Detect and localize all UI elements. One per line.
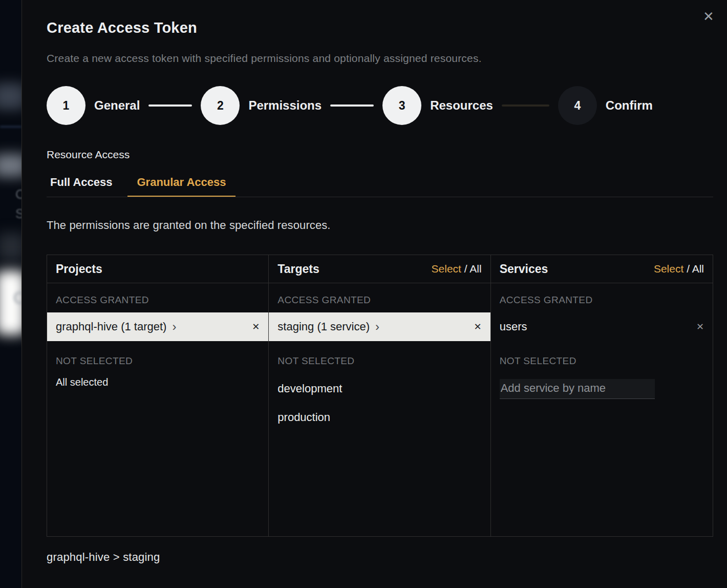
tab-full-access[interactable]: Full Access: [50, 176, 112, 197]
obscured-text-fragment: O: [15, 186, 22, 202]
remove-project-icon[interactable]: ✕: [252, 321, 260, 332]
projects-body: ACCESS GRANTED graphql-hive (1 target) ›…: [47, 283, 268, 536]
step-number-circle: 2: [201, 86, 240, 125]
projects-header: Projects: [47, 255, 268, 283]
services-title: Services: [500, 262, 548, 276]
granted-service-label: users: [500, 320, 527, 333]
blur-blob: [0, 83, 22, 110]
remove-service-icon[interactable]: ✕: [696, 321, 704, 332]
step-connector: [330, 104, 374, 107]
create-access-token-dialog: ✕ Create Access Token Create a new acces…: [22, 0, 727, 588]
selected-target-row[interactable]: staging (1 service) › ✕: [269, 312, 490, 341]
access-granted-label: ACCESS GRANTED: [500, 295, 704, 306]
select-all-divider: /: [683, 263, 692, 275]
services-select-link[interactable]: Select: [654, 263, 683, 275]
blur-blob: [0, 233, 22, 261]
selected-target-label: staging (1 service): [277, 320, 370, 333]
targets-header: Targets Select / All: [269, 255, 490, 283]
projects-column: Projects ACCESS GRANTED graphql-hive (1 …: [47, 255, 269, 536]
not-selected-label: NOT SELECTED: [56, 355, 260, 367]
services-column: Services Select / All ACCESS GRANTED use…: [491, 255, 713, 536]
step-label: Confirm: [606, 98, 653, 113]
step-label: General: [94, 98, 140, 113]
granted-service-row[interactable]: users ✕: [491, 312, 713, 341]
step-label: Resources: [430, 98, 493, 113]
dialog-title: Create Access Token: [47, 19, 727, 36]
tab-granular-access[interactable]: Granular Access: [127, 176, 235, 197]
step-number-circle: 4: [558, 86, 597, 125]
step-connector: [502, 104, 549, 107]
step-resources[interactable]: 3 Resources: [382, 86, 493, 125]
selected-project-label: graphql-hive (1 target): [56, 320, 166, 333]
selected-project-row[interactable]: graphql-hive (1 target) › ✕: [47, 312, 268, 341]
step-permissions[interactable]: 2 Permissions: [201, 86, 322, 125]
step-number-circle: 3: [382, 86, 421, 125]
selection-breadcrumb: graphql-hive > staging: [47, 551, 727, 564]
blur-blob: [0, 154, 22, 177]
all-selected-note: All selected: [56, 376, 260, 388]
targets-select-link[interactable]: Select: [432, 263, 461, 275]
background-app-blur: O S C: [0, 0, 22, 588]
add-service-input[interactable]: [500, 379, 655, 399]
access-granted-label: ACCESS GRANTED: [56, 295, 260, 306]
target-option-development[interactable]: development: [277, 367, 481, 395]
remove-target-icon[interactable]: ✕: [474, 321, 482, 332]
not-selected-label: NOT SELECTED: [500, 355, 704, 367]
step-label: Permissions: [248, 98, 322, 113]
resource-access-heading: Resource Access: [47, 149, 727, 161]
resource-selector-table: Projects ACCESS GRANTED graphql-hive (1 …: [47, 255, 713, 537]
targets-all-link[interactable]: All: [469, 263, 481, 275]
services-all-link[interactable]: All: [692, 263, 704, 275]
targets-body: ACCESS GRANTED staging (1 service) › ✕ N…: [269, 283, 490, 536]
targets-column: Targets Select / All ACCESS GRANTED stag…: [269, 255, 490, 536]
obscured-text-fragment: S: [15, 206, 22, 222]
close-icon[interactable]: ✕: [699, 7, 718, 26]
target-option-production[interactable]: production: [277, 395, 481, 424]
obscured-text-fragment: C: [13, 288, 22, 308]
step-number-circle: 1: [47, 86, 85, 125]
blur-divider: [0, 126, 22, 128]
services-select-all: Select / All: [654, 263, 704, 275]
step-confirm[interactable]: 4 Confirm: [558, 86, 653, 125]
services-header: Services Select / All: [491, 255, 713, 283]
targets-select-all: Select / All: [432, 263, 482, 275]
access-mode-tabs: Full Access Granular Access: [47, 176, 713, 197]
select-all-divider: /: [461, 263, 469, 275]
projects-title: Projects: [56, 262, 102, 276]
targets-title: Targets: [277, 262, 319, 276]
access-granted-label: ACCESS GRANTED: [277, 295, 481, 306]
services-body: ACCESS GRANTED users ✕ NOT SELECTED: [491, 283, 713, 536]
step-general[interactable]: 1 General: [47, 86, 140, 125]
chevron-right-icon: ›: [375, 321, 379, 333]
chevron-right-icon: ›: [172, 321, 176, 333]
not-selected-label: NOT SELECTED: [277, 355, 481, 367]
dialog-subtitle: Create a new access token with specified…: [47, 52, 727, 65]
step-connector: [148, 104, 192, 107]
granular-access-note: The permissions are granted on the speci…: [47, 219, 727, 232]
wizard-stepper: 1 General 2 Permissions 3 Resources 4 Co…: [47, 86, 727, 125]
